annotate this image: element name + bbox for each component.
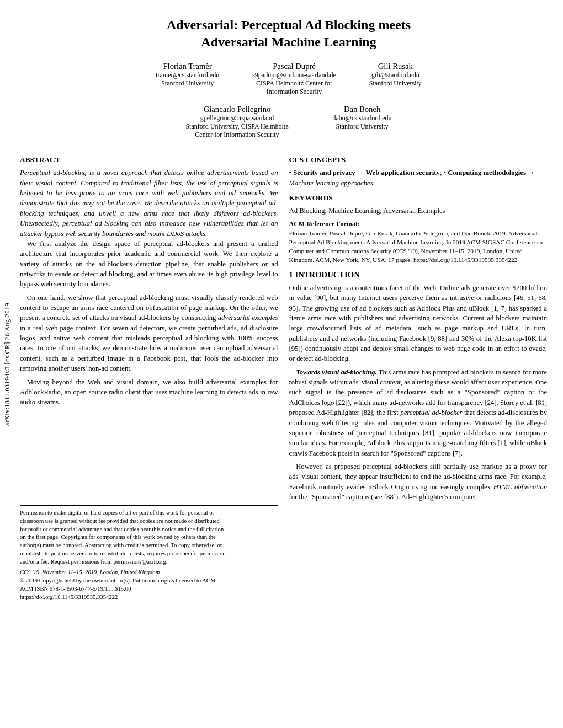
footnote-line4: on the first page. Copyrights for compon… <box>20 533 278 542</box>
author-affil-dupre-line1: CISPA Helmholtz Center for <box>252 79 336 88</box>
left-column: ABSTRACT Perceptual ad-blocking is a nov… <box>20 150 278 602</box>
abstract-para2: We first analyze the design space of per… <box>20 239 278 290</box>
intro-para1: Online advertising is a contentious face… <box>289 283 548 364</box>
author-affil-pellegrino-line2: Center for Information Security <box>185 131 288 139</box>
authors-row2: Giancarlo Pellegrino gpellegrino@cispa.s… <box>20 105 557 139</box>
arxiv-label: arXiv:1811.03194v3 [cs.CR] 26 Aug 2019 <box>4 302 12 425</box>
author-email-dupre: s9padupr@stud.uni-saarland.de <box>252 71 336 79</box>
footnote-line11: https://doi.org/10.1145/3319535.3354222 <box>20 593 278 602</box>
author-name-rusak: Gili Rusak <box>369 62 422 71</box>
author-affil-tramer: Stanford University <box>156 79 219 88</box>
right-column: CCS CONCEPTS • Security and privacy → We… <box>289 150 548 602</box>
keywords-heading: KEYWORDS <box>289 194 548 202</box>
author-tramer: Florian Tramèr tramer@cs.stanford.edu St… <box>156 62 219 96</box>
ccs-text: • Security and privacy → Web application… <box>289 168 548 188</box>
author-affil-dupre-line2: Information Security <box>252 88 336 96</box>
author-name-tramer: Florian Tramèr <box>156 62 219 71</box>
author-affil-pellegrino-line1: Stanford University, CISPA Helmholtz <box>185 122 288 131</box>
author-name-dupre: Pascal Dupré <box>252 62 336 71</box>
author-affil-boneh: Stanford University <box>333 122 392 131</box>
abstract-heading: ABSTRACT <box>20 156 278 164</box>
acm-ref-heading: ACM Reference Format: <box>289 220 548 228</box>
footnote-line9: © 2019 Copyright held by the owner/autho… <box>20 577 278 585</box>
acm-ref-text: Florian Tramèr, Pascal Dupré, Gili Rusak… <box>289 229 548 264</box>
author-email-pellegrino: gpellegrino@cispa.saarland <box>185 114 288 122</box>
footnote-line7: and/or a fee. Request permissions from p… <box>20 558 278 566</box>
author-affil-rusak: Stanford University <box>369 79 422 88</box>
author-name-boneh: Dan Boneh <box>333 105 392 114</box>
intro-heading: 1 INTRODUCTION <box>289 270 548 280</box>
footnote-line8: CCS '19, November 11–15, 2019, London, U… <box>20 569 278 577</box>
abstract-para4: Moving beyond the Web and visual domain,… <box>20 377 278 408</box>
author-rusak: Gili Rusak gili@stanford.edu Stanford Un… <box>369 62 422 96</box>
ccs-heading: CCS CONCEPTS <box>289 156 548 164</box>
title-line2: Adversarial Machine Learning <box>201 35 376 49</box>
abstract-para1: Perceptual ad-blocking is a novel approa… <box>20 168 278 239</box>
abstract-para3: On one hand, we show that perceptual ad-… <box>20 293 278 374</box>
footnote-line1: Permission to make digital or hard copie… <box>20 509 278 517</box>
author-dupre: Pascal Dupré s9padupr@stud.uni-saarland.… <box>252 62 336 96</box>
title-line1: Adversarial: Perceptual Ad Blocking meet… <box>167 18 411 32</box>
main-content: Adversarial: Perceptual Ad Blocking meet… <box>20 0 557 602</box>
authors-row1: Florian Tramèr tramer@cs.stanford.edu St… <box>20 62 557 96</box>
footnote-line3: for profit or commercial advantage and t… <box>20 526 278 534</box>
footnote-divider <box>20 496 123 496</box>
arxiv-sidebar: arXiv:1811.03194v3 [cs.CR] 26 Aug 2019 <box>0 0 15 728</box>
author-email-tramer: tramer@cs.stanford.edu <box>156 71 219 79</box>
author-name-pellegrino: Giancarlo Pellegrino <box>185 105 288 114</box>
footnote-area: Permission to make digital or hard copie… <box>20 505 278 602</box>
author-email-boneh: dabo@cs.stanford.edu <box>333 114 392 122</box>
footnote-line10: ACM ISBN 978-1-4503-6747-9/19/11...$15.0… <box>20 585 278 593</box>
intro-para3: However, as proposed perceptual ad-block… <box>289 462 548 502</box>
paper-title: Adversarial: Perceptual Ad Blocking meet… <box>20 17 557 51</box>
author-email-rusak: gili@stanford.edu <box>369 71 422 79</box>
footnote-line5: author(s) must be honored. Abstracting w… <box>20 542 278 550</box>
keywords-text: Ad Blocking; Machine Learning; Adversari… <box>289 206 548 216</box>
two-column-body: ABSTRACT Perceptual ad-blocking is a nov… <box>20 150 557 602</box>
footnote-line2: classroom use is granted without fee pro… <box>20 517 278 526</box>
footnote-line6: republish, to post on servers or to redi… <box>20 550 278 558</box>
intro-para2: Towards visual ad-blocking. This arms ra… <box>289 367 548 458</box>
author-boneh: Dan Boneh dabo@cs.stanford.edu Stanford … <box>333 105 392 139</box>
author-pellegrino: Giancarlo Pellegrino gpellegrino@cispa.s… <box>185 105 288 139</box>
